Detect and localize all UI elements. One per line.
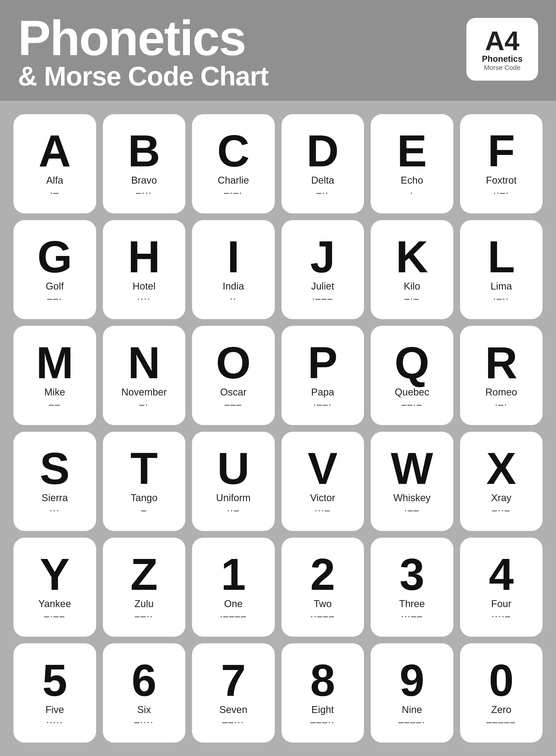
phonetic-card: VVictor···– xyxy=(281,432,364,531)
card-name: Oscar xyxy=(220,386,246,398)
card-name: Xray xyxy=(491,492,511,503)
card-morse: –––·· xyxy=(310,717,335,727)
card-letter: P xyxy=(308,340,338,385)
phonetic-card: 0Zero––––– xyxy=(460,643,543,743)
card-letter: 9 xyxy=(399,658,424,703)
phonetic-card: GGolf––· xyxy=(13,220,96,319)
card-morse: ––··· xyxy=(222,717,244,727)
card-letter: T xyxy=(131,446,158,491)
card-letter: S xyxy=(40,446,70,491)
card-letter: H xyxy=(128,234,160,279)
card-name: Victor xyxy=(310,492,335,503)
card-name: November xyxy=(121,386,167,398)
card-name: Delta xyxy=(311,175,334,186)
card-letter: 2 xyxy=(310,552,335,597)
phonetic-card: QQuebec––·– xyxy=(371,326,453,425)
card-name: Zero xyxy=(491,704,511,715)
card-letter: K xyxy=(396,234,428,279)
card-morse: ––·· xyxy=(135,611,153,621)
card-name: Uniform xyxy=(216,492,250,503)
card-letter: 4 xyxy=(489,552,514,597)
card-morse: ·––· xyxy=(313,400,332,410)
card-name: Charlie xyxy=(218,175,249,186)
card-name: Alfa xyxy=(46,175,63,186)
card-morse: ····– xyxy=(491,611,511,621)
header-title: Phonetics & Morse Code Chart xyxy=(18,13,268,89)
card-letter: G xyxy=(37,234,72,279)
phonetic-card: 7Seven––··· xyxy=(192,643,275,743)
card-letter: 5 xyxy=(42,658,67,703)
header-badge: A4 Phonetics Morse Code xyxy=(466,18,538,81)
card-morse: ··–· xyxy=(493,188,510,198)
card-name: Lima xyxy=(491,280,512,292)
phonetics-grid: AAlfa·–BBravo–···CCharlie–·–·DDelta–··EE… xyxy=(0,101,556,756)
card-name: Tango xyxy=(131,492,158,503)
phonetic-card: OOscar––– xyxy=(192,326,275,425)
card-letter: L xyxy=(488,234,515,279)
phonetic-card: YYankee–·–– xyxy=(13,538,96,637)
phonetic-card: DDelta–·· xyxy=(281,114,364,214)
card-morse: –·– xyxy=(404,294,419,304)
phonetic-card: EEcho· xyxy=(371,114,453,214)
phonetic-card: MMike–– xyxy=(13,326,96,425)
card-name: Echo xyxy=(401,175,423,186)
card-letter: C xyxy=(217,128,249,173)
card-letter: A xyxy=(39,128,71,173)
card-letter: U xyxy=(217,446,249,491)
card-letter: Y xyxy=(40,552,70,597)
card-morse: ·· xyxy=(230,294,237,304)
card-morse: ·– xyxy=(50,188,59,198)
card-letter: J xyxy=(310,234,335,279)
phonetic-card: TTango– xyxy=(103,432,185,531)
phonetic-card: WWhiskey·–– xyxy=(371,432,453,531)
card-letter: D xyxy=(307,128,339,173)
card-letter: N xyxy=(128,340,160,385)
card-name: Eight xyxy=(312,704,334,715)
phonetic-card: JJuliet·––– xyxy=(281,220,364,319)
card-letter: 6 xyxy=(132,658,157,703)
card-morse: ·–· xyxy=(495,400,508,410)
phonetic-card: FFoxtrot··–· xyxy=(460,114,543,214)
card-letter: I xyxy=(227,234,240,279)
phonetic-card: ZZulu––·· xyxy=(103,538,185,637)
phonetic-card: 3Three···–– xyxy=(371,538,453,637)
badge-phonetics-label: Phonetics xyxy=(482,54,523,64)
card-morse: ·––– xyxy=(312,294,333,304)
phonetic-card: BBravo–··· xyxy=(103,114,185,214)
badge-morse-label: Morse Code xyxy=(484,64,520,71)
card-letter: X xyxy=(486,446,516,491)
card-morse: ––– xyxy=(224,400,242,410)
card-letter: Q xyxy=(394,340,429,385)
card-morse: –···· xyxy=(134,717,154,727)
phonetic-card: 1One·–––– xyxy=(192,538,275,637)
phonetic-card: 6Six–···· xyxy=(103,643,185,743)
card-letter: V xyxy=(308,446,338,491)
phonetic-card: CCharlie–·–· xyxy=(192,114,275,214)
card-name: Six xyxy=(137,704,151,715)
card-morse: ·–·· xyxy=(493,294,510,304)
card-morse: ––––· xyxy=(398,717,425,727)
card-name: Nine xyxy=(402,704,422,715)
card-letter: O xyxy=(216,340,251,385)
phonetic-card: LLima·–·· xyxy=(460,220,543,319)
card-morse: ·–––– xyxy=(220,611,247,621)
card-name: Yankee xyxy=(38,598,71,609)
card-morse: –· xyxy=(139,400,148,410)
card-morse: ····· xyxy=(46,717,63,727)
phonetic-card: RRomeo·–· xyxy=(460,326,543,425)
card-name: Sierra xyxy=(42,492,68,503)
card-morse: –– xyxy=(49,400,61,410)
card-name: Quebec xyxy=(395,386,429,398)
card-morse: ––·– xyxy=(402,400,422,410)
card-name: Hotel xyxy=(133,280,155,292)
card-morse: –·· xyxy=(316,188,329,198)
phonetic-card: 4Four····– xyxy=(460,538,543,637)
card-letter: 8 xyxy=(310,658,335,703)
card-name: Juliet xyxy=(311,280,334,292)
card-name: One xyxy=(224,598,243,609)
phonetic-card: 8Eight–––·· xyxy=(281,643,364,743)
card-letter: 1 xyxy=(221,552,246,597)
phonetic-card: KKilo–·– xyxy=(371,220,453,319)
card-letter: Z xyxy=(131,552,158,597)
phonetic-card: AAlfa·– xyxy=(13,114,96,214)
